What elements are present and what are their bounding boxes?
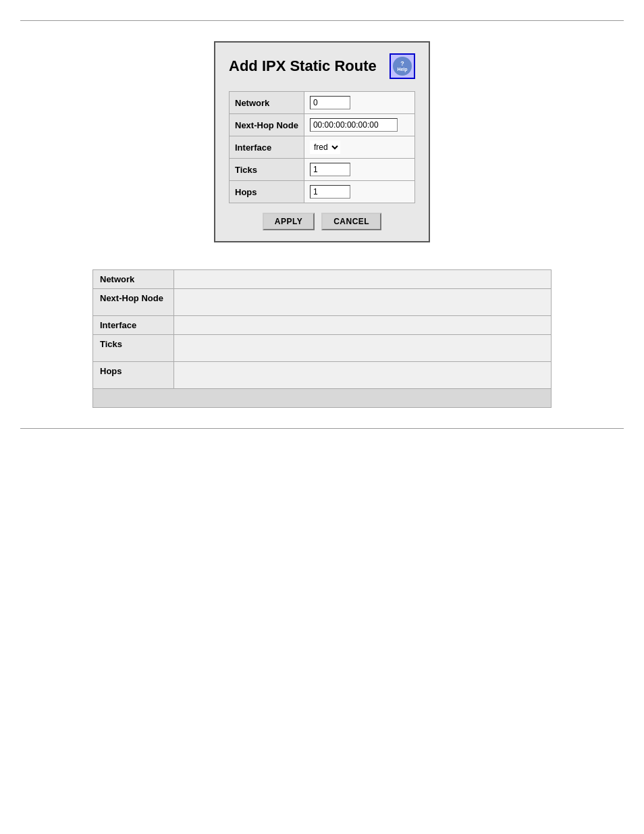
interface-label: Interface xyxy=(230,136,304,159)
dialog-area: Add IPX Static Route ? Help Network xyxy=(0,41,644,242)
desc-value-network xyxy=(174,270,552,289)
network-cell xyxy=(304,92,414,114)
cancel-button[interactable]: CANCEL xyxy=(321,213,381,230)
description-table: Network Next-Hop Node Interface Ticks Ho xyxy=(92,269,552,408)
form-table: Network Next-Hop Node Interface xyxy=(229,91,415,203)
desc-value-ticks xyxy=(174,335,552,362)
add-ipx-static-route-dialog: Add IPX Static Route ? Help Network xyxy=(214,41,430,242)
hops-input[interactable] xyxy=(310,185,350,199)
hops-cell xyxy=(304,181,414,203)
help-button[interactable]: ? Help xyxy=(390,53,415,79)
desc-field-network: Network xyxy=(93,270,174,289)
table-row: Ticks xyxy=(230,159,415,181)
description-area: Network Next-Hop Node Interface Ticks Ho xyxy=(0,269,644,408)
table-row: Next-Hop Node xyxy=(230,114,415,136)
table-row: Hops xyxy=(230,181,415,203)
ticks-label: Ticks xyxy=(230,159,304,181)
desc-field-interface: Interface xyxy=(93,316,174,335)
network-label: Network xyxy=(230,92,304,114)
table-row: Hops xyxy=(93,362,552,389)
desc-value-hops xyxy=(174,362,552,389)
dialog-buttons: APPLY CANCEL xyxy=(229,213,415,230)
nexthop-cell xyxy=(304,114,414,136)
apply-button[interactable]: APPLY xyxy=(263,213,315,230)
interface-cell: fred xyxy=(304,136,414,159)
nexthop-label: Next-Hop Node xyxy=(230,114,304,136)
ticks-input[interactable] xyxy=(310,163,350,176)
desc-value-interface xyxy=(174,316,552,335)
desc-field-nexthop: Next-Hop Node xyxy=(93,289,174,316)
network-input[interactable] xyxy=(310,96,350,109)
table-row: Ticks xyxy=(93,335,552,362)
table-row: Interface xyxy=(93,316,552,335)
help-icon: ? Help xyxy=(393,57,412,76)
desc-field-hops: Hops xyxy=(93,362,174,389)
page-container: Add IPX Static Route ? Help Network xyxy=(0,0,644,834)
desc-value-nexthop xyxy=(174,289,552,316)
bottom-divider xyxy=(20,428,624,429)
help-icon-symbol: ? xyxy=(400,61,404,67)
interface-select[interactable]: fred xyxy=(310,140,340,154)
nexthop-input[interactable] xyxy=(310,118,398,132)
help-icon-label: Help xyxy=(397,67,407,72)
table-row: Network xyxy=(93,270,552,289)
table-footer-cell xyxy=(93,389,552,408)
dialog-title: Add IPX Static Route xyxy=(229,57,377,75)
dialog-header: Add IPX Static Route ? Help xyxy=(229,53,415,79)
table-row: Interface fred xyxy=(230,136,415,159)
table-footer-row xyxy=(93,389,552,408)
ticks-cell xyxy=(304,159,414,181)
table-row: Next-Hop Node xyxy=(93,289,552,316)
table-row: Network xyxy=(230,92,415,114)
hops-label: Hops xyxy=(230,181,304,203)
desc-field-ticks: Ticks xyxy=(93,335,174,362)
top-divider xyxy=(20,20,624,21)
